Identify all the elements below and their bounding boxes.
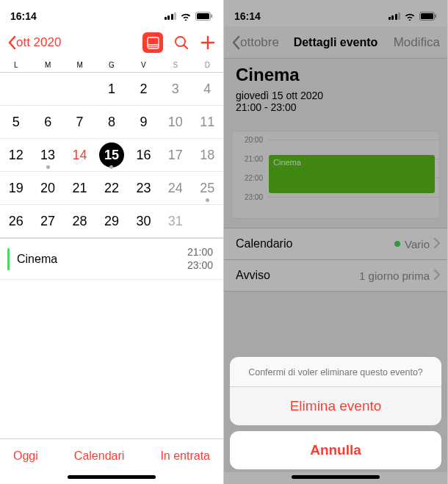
day-cell[interactable]: 8: [95, 106, 127, 138]
edit-button[interactable]: Modifica: [394, 35, 440, 50]
cell-signal-icon: [389, 12, 401, 20]
bottom-toolbar: Oggi Calendari In entrata: [0, 438, 223, 472]
day-cell[interactable]: 17: [159, 139, 191, 171]
day-cell[interactable]: 19: [0, 172, 32, 204]
day-cell: [32, 73, 63, 105]
day-cell[interactable]: 13: [32, 139, 63, 171]
chevron-left-icon: [7, 35, 16, 50]
status-right: [165, 12, 214, 21]
day-cell[interactable]: 21: [64, 172, 95, 204]
event-list: Cinema 21:00 23:00: [0, 238, 223, 280]
event-date: giovedì 15 ott 2020: [236, 90, 436, 101]
day-cell: [0, 73, 32, 105]
svg-rect-1: [197, 13, 209, 19]
event-color-bar: [7, 248, 10, 270]
nav-bar: ott 2020: [0, 26, 223, 59]
battery-icon: [195, 12, 213, 21]
svg-rect-11: [421, 13, 433, 19]
day-cell[interactable]: 22: [95, 172, 127, 204]
day-cell[interactable]: 28: [64, 205, 95, 237]
chevron-left-icon: [231, 35, 240, 50]
home-indicator: [224, 472, 447, 484]
day-cell[interactable]: 2: [128, 73, 159, 105]
chevron-right-icon: [434, 270, 440, 282]
svg-rect-12: [436, 15, 437, 18]
status-time: 16:14: [10, 10, 37, 22]
day-cell[interactable]: 26: [0, 205, 32, 237]
day-cell[interactable]: 1: [95, 73, 127, 105]
day-cell[interactable]: 11: [192, 106, 223, 138]
day-cell[interactable]: 5: [0, 106, 32, 138]
status-bar: 16:14: [224, 0, 447, 26]
home-indicator: [0, 472, 223, 484]
wifi-icon: [404, 12, 416, 21]
back-label: ott 2020: [16, 35, 61, 50]
status-bar: 16:14: [0, 0, 223, 26]
wifi-icon: [180, 12, 192, 21]
day-cell[interactable]: 7: [64, 106, 95, 138]
day-cell[interactable]: 30: [128, 205, 159, 237]
inbox-button[interactable]: In entrata: [160, 449, 210, 463]
day-cell[interactable]: 27: [32, 205, 63, 237]
day-cell[interactable]: 20: [32, 172, 63, 204]
day-cell[interactable]: 12: [0, 139, 32, 171]
day-cell[interactable]: 23: [128, 172, 159, 204]
event-item[interactable]: Cinema 21:00 23:00: [0, 239, 223, 280]
day-cell-selected[interactable]: 15: [95, 139, 127, 171]
svg-line-7: [184, 46, 188, 49]
event-detail-screen: 16:14 ottobre Dettagli evento Modifica C…: [224, 0, 448, 484]
row-value: Vario: [405, 238, 430, 250]
timeline-event[interactable]: Cinema: [269, 155, 435, 193]
nav-bar: ottobre Dettagli evento Modifica: [224, 26, 447, 59]
event-times: 21:00 23:00: [187, 246, 213, 272]
day-cell[interactable]: 18: [192, 139, 223, 171]
event-title: Cinema: [17, 253, 187, 266]
calendar-month-screen: 16:14 ott 2020: [0, 0, 224, 484]
day-cell[interactable]: 4: [192, 73, 223, 105]
status-right: [389, 12, 438, 21]
day-cell: [64, 73, 95, 105]
alert-row[interactable]: Avviso 1 giorno prima: [224, 260, 447, 292]
sheet-message: Confermi di voler eliminare questo event…: [230, 357, 441, 387]
calendar-row[interactable]: Calendario Vario: [224, 228, 447, 260]
day-cell[interactable]: 10: [159, 106, 191, 138]
event-title: Cinema: [236, 65, 436, 85]
delete-event-button[interactable]: Elimina evento: [230, 387, 441, 425]
day-cell[interactable]: 6: [32, 106, 63, 138]
battery-icon: [419, 12, 437, 21]
day-cell[interactable]: 16: [128, 139, 159, 171]
action-sheet: Confermi di voler eliminare questo event…: [230, 357, 441, 469]
back-button[interactable]: ottobre: [231, 35, 279, 50]
day-cell[interactable]: 9: [128, 106, 159, 138]
day-cell[interactable]: 29: [95, 205, 127, 237]
back-label: ottobre: [240, 35, 279, 50]
weekday-header: L M M G V S D: [0, 59, 223, 73]
event-time: 21:00 - 23:00: [236, 101, 436, 113]
row-label: Avviso: [236, 269, 270, 282]
today-button[interactable]: Oggi: [13, 449, 38, 463]
timeline: 20:00 21:00 22:00 23:00 Cinema: [231, 131, 440, 219]
back-button[interactable]: ott 2020: [7, 35, 61, 50]
day-cell: [192, 205, 223, 237]
chevron-right-icon: [434, 238, 440, 250]
list-view-button[interactable]: [142, 32, 163, 53]
day-cell[interactable]: 31: [159, 205, 191, 237]
calendar-dot-icon: [394, 241, 400, 247]
event-header: Cinema giovedì 15 ott 2020 21:00 - 23:00: [224, 59, 447, 122]
day-cell[interactable]: 24: [159, 172, 191, 204]
day-cell[interactable]: 14: [64, 139, 95, 171]
search-button[interactable]: [173, 35, 189, 51]
calendars-button[interactable]: Calendari: [74, 449, 124, 463]
calendar-grid: 1 2 3 4 5 6 7 8 9 10 11 12 13 14 15 16 1…: [0, 73, 223, 238]
day-cell[interactable]: 25: [192, 172, 223, 204]
cancel-button[interactable]: Annulla: [230, 431, 441, 469]
row-label: Calendario: [236, 237, 292, 250]
svg-rect-2: [212, 15, 213, 18]
status-time: 16:14: [234, 10, 261, 22]
day-cell[interactable]: 3: [159, 73, 191, 105]
row-value: 1 giorno prima: [359, 270, 430, 282]
add-event-button[interactable]: [200, 35, 216, 51]
cell-signal-icon: [165, 12, 177, 20]
